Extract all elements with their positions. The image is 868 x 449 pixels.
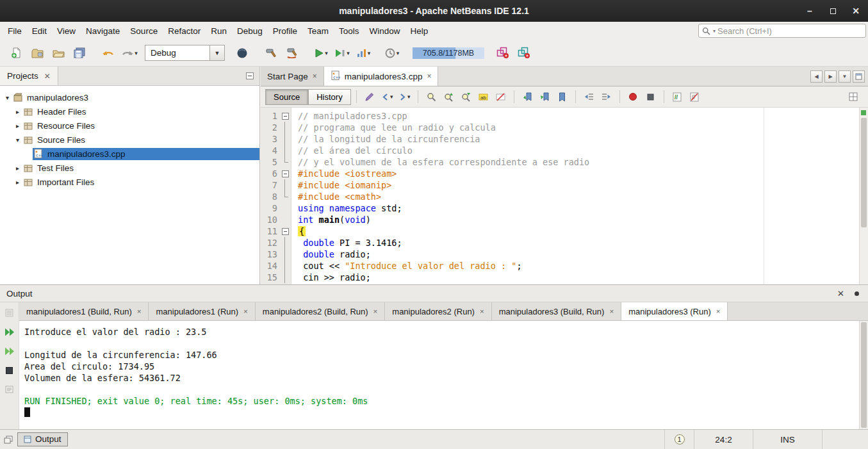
fold-marker[interactable] bbox=[280, 110, 291, 122]
close-tab-icon[interactable]: × bbox=[480, 307, 484, 315]
clear-output-button[interactable] bbox=[3, 382, 17, 396]
code-line[interactable]: 6#include <iostream> bbox=[261, 168, 859, 179]
restore-group-icon[interactable] bbox=[4, 436, 13, 444]
run-config-select[interactable]: Debug ▼ bbox=[145, 45, 225, 61]
new-project-button[interactable] bbox=[28, 43, 47, 63]
debug-project-button[interactable]: ▾ bbox=[332, 43, 352, 63]
vm-telemetry-button[interactable] bbox=[514, 43, 534, 63]
menu-window[interactable]: Window bbox=[364, 24, 405, 38]
output-tab-manipuladores2-build-run[interactable]: manipuladores2 (Build, Run)× bbox=[256, 302, 385, 320]
output-scrollbar-thumb[interactable] bbox=[861, 322, 867, 428]
expander-icon[interactable]: ▾ bbox=[13, 136, 22, 143]
notifications-button[interactable]: 1 bbox=[664, 430, 694, 449]
rerun-button[interactable] bbox=[3, 325, 17, 339]
tree-item-resource-files[interactable]: ▸Resource Files bbox=[0, 118, 259, 133]
close-tab-icon[interactable]: × bbox=[243, 307, 248, 315]
output-minimized-button[interactable]: Output bbox=[17, 432, 68, 446]
editor-scrollbar-thumb[interactable] bbox=[861, 118, 867, 227]
tree-item-test-files[interactable]: ▸Test Files bbox=[0, 161, 259, 175]
code-line[interactable]: 1// manipuladores3.cpp bbox=[261, 110, 859, 122]
projects-close-icon[interactable]: ✕ bbox=[44, 72, 51, 81]
menu-tools[interactable]: Tools bbox=[334, 24, 364, 38]
minimize-panel-icon[interactable] bbox=[246, 72, 254, 79]
scroll-tabs-right-button[interactable]: ▶ bbox=[824, 70, 837, 83]
expander-icon[interactable]: ▸ bbox=[13, 165, 22, 172]
code-line[interactable]: 13 double radio; bbox=[261, 249, 859, 260]
close-tab-icon[interactable]: × bbox=[716, 307, 721, 315]
rerun-with-args-button[interactable] bbox=[3, 344, 17, 358]
output-scrollbar[interactable] bbox=[859, 321, 868, 429]
next-bookmark-button[interactable] bbox=[537, 89, 553, 105]
code-line[interactable]: 8#include <cmath> bbox=[261, 191, 859, 202]
tree-item-source-files[interactable]: ▾Source Files bbox=[0, 133, 259, 147]
expander-icon[interactable]: ▸ bbox=[13, 122, 22, 129]
clear-highlight-button[interactable] bbox=[493, 89, 509, 105]
expander-icon[interactable]: ▾ bbox=[3, 94, 12, 101]
close-output-icon[interactable]: ✕ bbox=[837, 288, 844, 298]
menu-team[interactable]: Team bbox=[302, 24, 334, 38]
code-line[interactable]: 4// el área del círculo bbox=[261, 145, 859, 156]
run-ide-globe-button[interactable] bbox=[233, 43, 252, 63]
output-console[interactable]: Introduce el valor del radio : 23.5 Long… bbox=[19, 321, 859, 429]
tree-item-manipuladores3[interactable]: ▾manipuladores3 bbox=[0, 90, 259, 104]
editor-tab-manipuladores3-cpp[interactable]: c++manipuladores3.cpp× bbox=[324, 67, 439, 86]
code-line[interactable]: 9using namespace std; bbox=[261, 202, 859, 214]
undo-button[interactable] bbox=[99, 43, 118, 63]
menu-edit[interactable]: Edit bbox=[27, 24, 52, 38]
code-line[interactable]: 15 cin >> radio; bbox=[261, 272, 859, 283]
last-edit-button[interactable] bbox=[362, 89, 378, 105]
menu-debug[interactable]: Debug bbox=[232, 24, 268, 38]
profile-points-button[interactable] bbox=[493, 43, 512, 63]
output-window-dot-icon[interactable] bbox=[855, 291, 859, 296]
code-line[interactable]: 7#include <iomanip> bbox=[261, 179, 859, 191]
editor-tab-start-page[interactable]: Start Page× bbox=[261, 67, 324, 86]
menu-view[interactable]: View bbox=[52, 24, 81, 38]
code-line[interactable]: 5// y el volumen de la esfera correspond… bbox=[261, 156, 859, 168]
search-input[interactable]: ▾ Search (Ctrl+I) bbox=[698, 24, 866, 38]
code-line[interactable]: 2// programa que lee un radio y calcula bbox=[261, 122, 859, 133]
menu-run[interactable]: Run bbox=[206, 24, 232, 38]
projects-tab[interactable]: Projects ✕ bbox=[0, 67, 58, 85]
forward-button[interactable]: ▾ bbox=[397, 89, 413, 105]
code-line[interactable]: 14 cout << "Introduce el valor del radio… bbox=[261, 260, 859, 272]
shift-line-right-button[interactable] bbox=[598, 89, 614, 105]
run-project-button[interactable]: ▾ bbox=[311, 43, 331, 63]
memory-indicator[interactable]: 705.8/1178MB bbox=[413, 47, 484, 59]
new-file-button[interactable] bbox=[6, 43, 26, 63]
minimize-button[interactable]: – bbox=[805, 6, 814, 15]
stop-button[interactable] bbox=[3, 363, 17, 377]
code-line[interactable]: 3// la longitud de la circunferencia bbox=[261, 133, 859, 145]
open-project-button[interactable] bbox=[49, 43, 68, 63]
close-button[interactable]: ✕ bbox=[851, 6, 860, 15]
menu-help[interactable]: Help bbox=[405, 24, 434, 38]
fold-marker[interactable] bbox=[280, 225, 291, 237]
code-line[interactable]: 10int main(void) bbox=[261, 214, 859, 225]
toggle-highlight-button[interactable]: ab bbox=[475, 89, 491, 105]
maximize-button[interactable] bbox=[828, 6, 837, 15]
save-all-button[interactable] bbox=[70, 43, 89, 63]
tree-item-important-files[interactable]: ▸Important Files bbox=[0, 175, 259, 189]
insert-mode-cell[interactable]: INS bbox=[753, 430, 822, 449]
maximize-editor-button[interactable] bbox=[853, 70, 865, 83]
shift-line-left-button[interactable] bbox=[581, 89, 597, 105]
code-line[interactable]: 11{ bbox=[261, 225, 859, 237]
find-selection-button[interactable] bbox=[423, 89, 439, 105]
close-tab-icon[interactable]: × bbox=[137, 307, 142, 315]
back-button[interactable]: ▾ bbox=[379, 89, 395, 105]
scroll-tabs-left-button[interactable]: ◀ bbox=[810, 70, 823, 83]
output-tab-manipuladores1-run[interactable]: manipuladores1 (Run)× bbox=[149, 302, 255, 320]
close-tab-icon[interactable]: × bbox=[609, 307, 614, 315]
output-tab-manipuladores2-run[interactable]: manipuladores2 (Run)× bbox=[385, 302, 491, 320]
output-tab-manipuladores1-build-run[interactable]: manipuladores1 (Build, Run)× bbox=[19, 302, 149, 320]
comment-button[interactable]: // bbox=[669, 89, 685, 105]
tree-item-manipuladores3-cpp[interactable]: c++manipuladores3.cpp bbox=[0, 147, 259, 161]
uncomment-button[interactable]: // bbox=[687, 89, 703, 105]
fold-marker[interactable] bbox=[280, 168, 291, 179]
close-tab-icon[interactable]: × bbox=[373, 307, 378, 315]
code-line[interactable]: 12 double PI = 3.1416; bbox=[261, 237, 859, 249]
profile-project-button[interactable]: ▾ bbox=[354, 43, 373, 63]
stop-macro-button[interactable] bbox=[643, 89, 659, 105]
view-button-source[interactable]: Source bbox=[265, 89, 308, 105]
find-next-button[interactable] bbox=[458, 89, 474, 105]
editor-scrollbar[interactable] bbox=[859, 108, 868, 284]
